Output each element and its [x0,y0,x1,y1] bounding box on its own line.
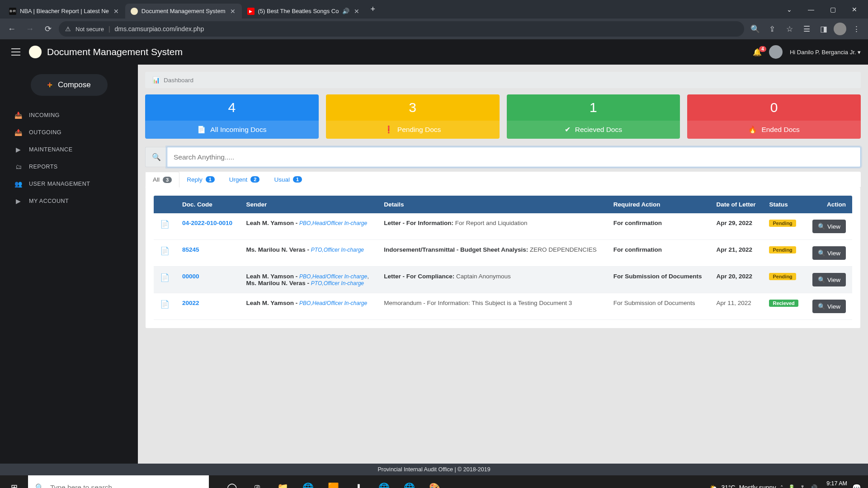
sidebar-item-my-account[interactable]: ▶ MY ACCOUNT [0,192,138,210]
volume-icon[interactable]: 🔊 [810,484,817,488]
view-button[interactable]: 🔍 View [812,220,846,233]
browser-tab-0[interactable]: B·R NBA | Bleacher Report | Latest Ne ✕ [4,4,125,19]
user-avatar[interactable] [769,45,783,59]
side-panel-icon[interactable]: ◨ [816,22,831,36]
filter-tab-usual[interactable]: Usual 1 [267,172,309,188]
view-button[interactable]: 🔍 View [812,246,846,260]
doc-code-link[interactable]: 00000 [182,273,199,280]
sidebar-item-reports[interactable]: 🗂 REPORTS [0,158,138,175]
sidebar-item-maintenance[interactable]: ▶ MAINTENANCE [0,141,138,158]
cortana-button[interactable]: ⎚ [245,475,269,488]
sidebar-item-icon: 📥 [14,112,23,119]
task-view-button[interactable]: ◯ [220,475,244,488]
chrome-running-2-icon[interactable]: 🌐 [397,475,421,488]
filter-tabs: All 3 Reply 1 Urgent 2 Usual 1 [145,172,861,188]
summary-cards: 4 📄All Incoming Docs 3 ❗Pending Docs 1 ✔… [145,94,861,139]
card-count: 1 [507,94,680,121]
search-input[interactable] [167,147,861,167]
profile-avatar[interactable] [834,23,846,35]
filter-count: 2 [250,176,259,183]
action-center-icon[interactable]: 💬 [852,483,862,488]
window-controls: ⌄ — ▢ ✕ [779,2,864,17]
security-warning-icon: ⚠ [65,25,71,33]
filter-tab-reply[interactable]: Reply 1 [179,172,222,188]
card-all-incoming-docs[interactable]: 4 📄All Incoming Docs [145,94,319,139]
audio-icon[interactable]: 🔊 [342,8,349,14]
doc-code-link[interactable]: 04-2022-010-0010 [182,220,232,226]
view-button[interactable]: 🔍 View [812,300,846,313]
tab-close-icon[interactable]: ✕ [113,8,120,15]
status-cell: Recieved [763,293,805,320]
card-label: Pending Docs [397,126,441,134]
sidebar-item-incoming[interactable]: 📥 INCOMING [0,107,138,124]
sublime-icon[interactable]: 🟧 [321,475,345,488]
card-recieved-docs[interactable]: 1 ✔Recieved Docs [507,94,680,139]
share-icon[interactable]: ⇪ [765,22,779,36]
weather-widget[interactable]: ⛅ 31°C Mostly sunny [710,484,776,488]
breadcrumb: 📊 Dashboard [145,72,861,88]
start-button[interactable]: ⊞ [0,475,28,488]
taskbar-clock[interactable]: 9:17 AM 4/29/2022 [822,480,847,488]
bookmark-icon[interactable]: ☆ [782,22,797,36]
notifications-button[interactable]: 🔔4 [753,48,762,56]
file-explorer-icon[interactable]: 📁 [270,475,295,488]
address-bar: ← → ⟳ ⚠ Not secure | dms.camsurpiao.com/… [0,19,868,39]
chrome-icon[interactable]: 🌐 [296,475,320,488]
search-button[interactable]: 🔍 [145,147,167,167]
filter-label: Usual [274,176,290,183]
back-button[interactable]: ← [5,22,19,36]
filter-count: 1 [293,176,302,183]
compose-button[interactable]: + Compose [31,74,108,96]
card-icon: 📄 [197,126,206,134]
new-tab-button[interactable]: + [366,5,380,14]
browser-tab-1[interactable]: Document Management System ✕ [125,4,242,19]
menu-toggle-button[interactable] [7,43,24,61]
url-input[interactable]: ⚠ Not secure | dms.camsurpiao.com/index.… [59,21,744,37]
table-row: 📄 20022 Leah M. Yamson - PBO,Head/Office… [154,293,852,320]
chevron-up-icon[interactable]: ˄ [780,484,783,488]
user-menu[interactable]: Hi Danilo P. Bergancia Jr. ▾ [790,49,861,56]
view-button[interactable]: 🔍 View [812,273,846,286]
network-icon[interactable]: 🖧 [800,484,806,488]
browser-tab-2[interactable]: ▶ (5) Best The Beatles Songs Co 🔊 ✕ [242,4,366,19]
kebab-menu-icon[interactable]: ⋮ [849,22,863,36]
sidebar-item-user-management[interactable]: 👥 USER MANAGEMENT [0,175,138,192]
weather-temp: 31°C [721,484,735,488]
reload-button[interactable]: ⟳ [41,22,55,36]
sender-cell: Leah M. Yamson - PBO,Head/Officer In-cha… [240,267,378,293]
paint-icon[interactable]: 🎨 [422,475,447,488]
card-ended-docs[interactable]: 0 🔥Ended Docs [687,94,861,139]
app-icon[interactable]: ⬇ [346,475,371,488]
favicon [131,8,138,15]
status-badge: Pending [769,273,796,280]
reading-list-icon[interactable]: ☰ [799,22,814,36]
filter-tab-all[interactable]: All 3 [145,172,179,188]
tab-title: Document Management System [142,8,226,14]
battery-icon[interactable]: 🔋 [788,484,795,488]
tab-close-icon[interactable]: ✕ [353,8,360,15]
minimize-button[interactable]: — [801,2,821,17]
card-count: 3 [326,94,500,121]
sidebar-item-outgoing[interactable]: 📤 OUTGOING [0,124,138,141]
favicon: ▶ [247,8,255,15]
card-label: Recieved Docs [575,126,622,134]
taskbar-search[interactable]: 🔍 Type here to search [28,475,209,488]
doc-code-link[interactable]: 85245 [182,246,199,253]
system-tray[interactable]: ˄ 🔋 🖧 🔊 [780,484,817,488]
zoom-icon[interactable]: 🔍 [748,22,762,36]
tab-close-icon[interactable]: ✕ [229,8,236,15]
details-cell: Memorandum - For Information: This Subje… [377,293,607,320]
separator: | [108,25,110,33]
filter-tab-urgent[interactable]: Urgent 2 [222,172,267,188]
maximize-button[interactable]: ▢ [823,2,843,17]
card-pending-docs[interactable]: 3 ❗Pending Docs [326,94,500,139]
document-icon: 📄 [160,300,170,309]
close-window-button[interactable]: ✕ [844,2,864,17]
tabs-dropdown-icon[interactable]: ⌄ [779,2,799,17]
chrome-running-icon[interactable]: 🌐 [372,475,396,488]
filter-label: Urgent [229,176,248,183]
weather-desc: Mostly sunny [739,484,776,488]
forward-button[interactable]: → [23,22,37,36]
doc-code-link[interactable]: 20022 [182,300,199,306]
details-cell: Letter - For Compliance: Captain Anonymo… [377,267,607,293]
